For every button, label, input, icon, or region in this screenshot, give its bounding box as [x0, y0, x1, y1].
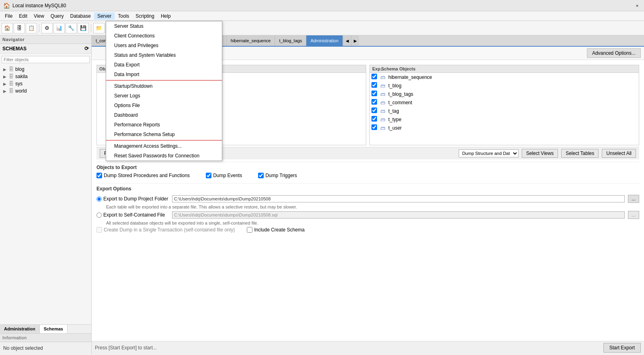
dump-stored-checkbox[interactable]: [96, 173, 102, 178]
sidebar-tab-administration[interactable]: Administration: [0, 325, 40, 333]
unselect-all-button[interactable]: Unselect All: [602, 149, 636, 158]
advanced-options-button[interactable]: Advanced Options...: [587, 48, 641, 58]
menu-query[interactable]: Query: [47, 12, 67, 20]
tab-nav-left[interactable]: ◀: [343, 35, 351, 46]
schema-item-sys[interactable]: ▶ 🗄 sys: [0, 80, 91, 87]
dropdown-item-13[interactable]: Reset Saved Passwords for Connection: [106, 151, 222, 161]
dropdown-item-4[interactable]: Data Export: [106, 60, 222, 70]
table-icon-2: 🗃: [379, 90, 387, 98]
dump-triggers-label[interactable]: Dump Triggers: [258, 173, 297, 178]
dropdown-item-10[interactable]: Performance Reports: [106, 120, 222, 130]
tab-nav-right[interactable]: ▶: [351, 35, 359, 46]
folder-browse-button[interactable]: ...: [628, 195, 639, 203]
dropdown-item-9[interactable]: Dashboard: [106, 110, 222, 120]
dropdown-item-12[interactable]: Management Access Settings...: [106, 141, 222, 151]
menu-database[interactable]: Database: [67, 12, 94, 20]
toolbar-btn-2[interactable]: 🗄: [14, 23, 25, 33]
dropdown-item-7[interactable]: Server Logs: [106, 91, 222, 101]
toolbar-btn-6[interactable]: 🔧: [66, 23, 77, 33]
toolbar-btn-1[interactable]: 🏠: [2, 23, 13, 33]
schema-objects-title: Schema Objects: [381, 66, 416, 71]
dropdown-item-11[interactable]: Performance Schema Setup: [106, 130, 222, 139]
toolbar-btn-3[interactable]: 📋: [26, 23, 37, 33]
toolbar-btn-5[interactable]: 📊: [53, 23, 65, 33]
table-row: 🗃 t_type: [370, 115, 639, 124]
close-button[interactable]: ×: [634, 2, 641, 9]
schema-item-blog[interactable]: ▶ 🗄 blog: [0, 66, 91, 73]
filter-input[interactable]: [2, 56, 90, 63]
schema-objects-header: Exp... Schema Objects: [370, 65, 639, 73]
single-transaction-checkbox[interactable]: [96, 227, 102, 233]
schema-arrow-sakila: ▶: [3, 74, 6, 79]
export-file-text: Export to Self-Contained File: [103, 212, 165, 218]
toolbar-btn-8[interactable]: 📁: [93, 23, 105, 33]
dropdown-item-5[interactable]: Data Import: [106, 70, 222, 79]
file-browse-button[interactable]: ...: [628, 211, 639, 219]
dropdown-item-8[interactable]: Options File: [106, 101, 222, 110]
dump-triggers-checkbox[interactable]: [258, 173, 264, 178]
dump-events-checkbox[interactable]: [206, 173, 211, 178]
menu-help[interactable]: Help: [158, 12, 174, 20]
table-checkbox-6[interactable]: [371, 124, 377, 130]
title-bar: 🏠 Local instance MySQL80 ×: [0, 0, 644, 11]
table-checkbox-1[interactable]: [371, 82, 377, 88]
schemas-label: SCHEMAS: [2, 46, 27, 52]
sidebar-tab-schemas[interactable]: Schemas: [40, 325, 68, 333]
schemas-header: SCHEMAS ⟳: [0, 44, 91, 54]
menu-edit[interactable]: Edit: [16, 12, 31, 20]
server-dropdown-menu: Server StatusClient ConnectionsUsers and…: [106, 21, 222, 161]
dropdown-item-6[interactable]: Startup/Shutdown: [106, 81, 222, 91]
export-file-radio[interactable]: [96, 213, 102, 218]
schema-name-world: world: [15, 88, 27, 94]
dropdown-item-1[interactable]: Client Connections: [106, 31, 222, 41]
export-file-label[interactable]: Export to Self-Contained File: [96, 212, 169, 218]
include-schema-label[interactable]: Include Create Schema: [247, 227, 304, 233]
table-row: 🗃 t_tag: [370, 107, 639, 115]
folder-option-row: Export to Dump Project Folder ...: [96, 195, 639, 203]
dump-stored-label[interactable]: Dump Stored Procedures and Functions: [96, 173, 190, 178]
export-folder-text: Export to Dump Project Folder: [103, 196, 168, 202]
single-transaction-label[interactable]: Create Dump in a Single Transaction (sel…: [96, 227, 235, 233]
menu-file[interactable]: File: [2, 12, 16, 20]
dropdown-item-3[interactable]: Status and System Variables: [106, 50, 222, 60]
table-icon-0: 🗃: [379, 73, 387, 81]
table-checkbox-0[interactable]: [371, 74, 377, 79]
schemas-list: ▶ 🗄 blog ▶ 🗄 sakila ▶ 🗄 sys ▶ 🗄 world: [0, 66, 91, 324]
folder-path-input[interactable]: [172, 195, 625, 202]
table-checkbox-5[interactable]: [371, 116, 377, 122]
dropdown-item-2[interactable]: Users and Privileges: [106, 41, 222, 50]
schemas-refresh-icon[interactable]: ⟳: [84, 45, 89, 52]
dump-events-label[interactable]: Dump Events: [206, 173, 242, 178]
tab-t-blog-tags[interactable]: t_blog_tags: [275, 35, 306, 46]
sidebar-bottom: Administration Schemas Information No ob…: [0, 324, 91, 354]
export-folder-label[interactable]: Export to Dump Project Folder: [96, 196, 169, 202]
table-name-1: t_blog: [387, 81, 639, 90]
export-folder-radio[interactable]: [96, 196, 102, 202]
select-views-button[interactable]: Select Views: [522, 149, 558, 158]
menu-server[interactable]: Server: [94, 12, 115, 20]
file-path-input[interactable]: [172, 211, 625, 219]
tab-administration[interactable]: Administration: [306, 35, 343, 46]
schema-icon-sys: 🗄: [9, 81, 14, 87]
schema-objects-panel: Exp... Schema Objects 🗃 hibernate_sequen…: [369, 65, 639, 145]
dump-select[interactable]: Dump Structure and Dat: [459, 149, 519, 157]
menu-scripting[interactable]: Scripting: [132, 12, 158, 20]
menu-tools[interactable]: Tools: [115, 12, 132, 20]
table-checkbox-4[interactable]: [371, 107, 377, 113]
toolbar-btn-4[interactable]: ⚙: [41, 23, 53, 33]
toolbar-btn-7[interactable]: 💾: [78, 23, 89, 33]
table-checkbox-2[interactable]: [371, 91, 377, 96]
menu-view[interactable]: View: [31, 12, 47, 20]
include-schema-checkbox[interactable]: [247, 227, 252, 233]
start-export-button[interactable]: Start Export: [603, 343, 641, 353]
table-row: 🗃 t_blog: [370, 81, 639, 90]
dropdown-item-0[interactable]: Server Status: [106, 21, 222, 31]
table-name-2: t_blog_tags: [387, 90, 639, 98]
tab-hibernate[interactable]: hibernate_sequence: [227, 35, 275, 46]
exp-col-header: Exp...: [372, 66, 381, 71]
schema-item-world[interactable]: ▶ 🗄 world: [0, 87, 91, 95]
schema-item-sakila[interactable]: ▶ 🗄 sakila: [0, 73, 91, 80]
table-checkbox-3[interactable]: [371, 99, 377, 105]
table-icon-1: 🗃: [379, 81, 387, 90]
select-tables-button[interactable]: Select Tables: [561, 149, 599, 158]
